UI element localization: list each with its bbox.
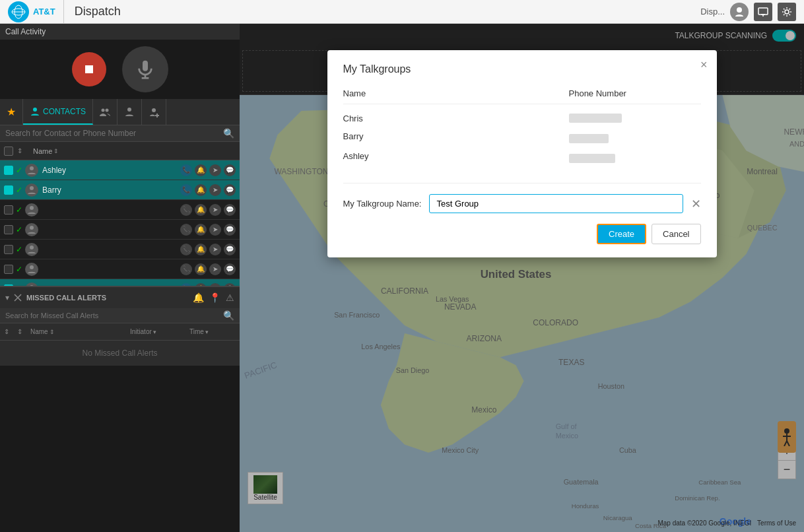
contact-checkbox[interactable] [4,245,13,254]
settings-icon[interactable] [778,3,796,21]
right-panel: TALKGROUP SCANNING DRAG TALKGROUP DRAG T… [240,24,804,532]
modal-input-label: My Talkgroup Name: [343,199,422,209]
contact-checkbox[interactable] [4,225,13,234]
modal-divider [343,183,701,183]
call-icon[interactable]: 📞 [180,244,192,255]
mc-sort-1: ⇕ [4,328,17,335]
location-icon[interactable]: ➤ [209,204,221,216]
call-icon[interactable]: 📞 [180,184,192,196]
message-icon[interactable]: 💬 [224,224,236,236]
missed-calls-section: ▾ MISSED CALL ALERTS 🔔 📍 ⚠ 🔍 ⇕ ⇕ Name ⇕ [0,286,240,366]
contact-checkbox[interactable] [4,185,13,195]
tab-users[interactable] [117,99,142,125]
modal-close-button[interactable]: × [700,58,708,72]
phone-blurred [569,134,609,143]
bell-icon[interactable]: 🔔 [195,204,207,216]
mic-button[interactable] [122,46,168,92]
missed-calls-title: MISSED CALL ALERTS [26,294,189,302]
modal-row: Ashley [343,147,701,167]
tab-groups[interactable] [93,99,117,125]
avatar [25,164,38,177]
contact-row[interactable]: ✓ Barry 📞 🔔 ➤ 💬 [0,180,240,200]
contact-row[interactable]: ✓ 📞 🔔 ➤ 💬 [0,200,240,220]
location-icon[interactable]: ➤ [209,164,221,176]
message-icon[interactable]: 💬 [224,164,236,176]
message-icon[interactable]: 💬 [224,184,236,196]
contact-actions: 📞 🔔 ➤ 💬 [180,244,236,255]
svg-point-8 [785,10,789,14]
contact-checkbox[interactable] [4,265,13,274]
app-title: Dispatch [64,5,131,18]
talkgroup-name-input[interactable] [429,194,683,213]
call-activity-bar: AREA TALKGROUPS Call Activity [0,24,240,40]
clear-input-button[interactable]: ✕ [691,197,701,211]
bell-icon[interactable]: 🔔 [195,224,207,236]
message-icon[interactable]: 💬 [224,204,236,216]
att-text: AT&T [33,7,55,17]
location-pin-icon[interactable]: 📍 [209,292,220,303]
message-icon[interactable]: 💬 [224,263,236,275]
modal-title: My Talkgroups [343,63,701,75]
contact-row[interactable]: ✓ Chris 📞 🔔 ➤ 💬 [0,279,240,286]
search-input[interactable] [5,129,223,138]
location-icon[interactable]: ➤ [209,244,221,255]
create-button[interactable]: Create [597,224,646,244]
call-icon[interactable]: 📞 [180,224,192,236]
my-talkgroups-modal: My Talkgroups × Name Phone Number Chris [327,50,717,257]
modal-contact-phone [569,131,701,143]
audio-controls [0,40,240,99]
message-icon[interactable]: 💬 [224,244,236,255]
bell-icon[interactable]: 🔔 [195,263,207,275]
screen-icon[interactable] [754,3,772,21]
call-icon[interactable]: 📞 [180,164,192,176]
alert-icon[interactable]: ⚠ [226,292,234,303]
call-activity-text: Call Activity [5,27,46,36]
tab-contacts[interactable]: CONTACTS [23,99,93,125]
svg-rect-10 [143,61,148,71]
bell-icon[interactable]: 🔔 [195,164,207,176]
contact-checkbox[interactable] [4,205,13,215]
bell-icon[interactable]: 🔔 [195,244,207,255]
modal-phone-header: Phone Number [569,88,701,98]
mc-time-header[interactable]: Time ▾ [189,328,236,335]
stop-button[interactable] [72,52,106,86]
select-all-checkbox[interactable] [4,147,17,156]
contact-checkbox[interactable] [4,166,13,175]
mc-sort-2: ⇕ [17,328,30,335]
contact-row[interactable]: ✓ 📞 🔔 ➤ 💬 [0,220,240,240]
modal-row: Barry [343,127,701,147]
name-column-header[interactable]: Name ⇕ [33,147,236,155]
user-icon[interactable] [730,3,749,21]
modal-contact-phone [569,151,701,163]
location-icon[interactable]: ➤ [209,263,221,275]
bell-icon[interactable]: 🔔 [193,292,204,303]
mc-name-header[interactable]: Name ⇕ [30,328,130,335]
search-icon: 🔍 [223,310,234,321]
expand-icon[interactable]: ▾ [5,293,9,302]
contact-actions: 📞 🔔 ➤ 💬 [180,184,236,196]
cancel-button[interactable]: Cancel [652,224,700,244]
location-icon[interactable]: ➤ [209,184,221,196]
call-icon[interactable]: 📞 [180,204,192,216]
call-icon[interactable]: 📞 [180,263,192,275]
modal-input-row: My Talkgroup Name: ✕ [343,194,701,213]
name-sort-arrows: ⇕ [53,148,59,154]
bell-icon[interactable]: 🔔 [195,184,207,196]
svg-point-16 [127,108,131,112]
no-missed-calls-message: No Missed Call Alerts [0,341,240,366]
contact-row[interactable]: ✓ Ashley 📞 🔔 ➤ 💬 [0,160,240,180]
tab-add[interactable] [142,99,166,125]
location-icon[interactable]: ➤ [209,224,221,236]
groups-icon [100,107,110,117]
mc-initiator-header[interactable]: Initiator ▾ [130,328,189,335]
name-label: Name [33,147,52,155]
tab-favorites[interactable]: ★ [0,99,23,125]
svg-point-22 [30,206,34,210]
avatar [25,183,38,197]
missed-calls-search-input[interactable] [5,312,223,319]
avatar [25,243,38,256]
status-indicator: ✓ [16,225,22,234]
avatar [25,203,38,216]
contact-row[interactable]: ✓ 📞 🔔 ➤ 💬 [0,259,240,279]
contact-row[interactable]: ✓ 📞 🔔 ➤ 💬 [0,240,240,259]
